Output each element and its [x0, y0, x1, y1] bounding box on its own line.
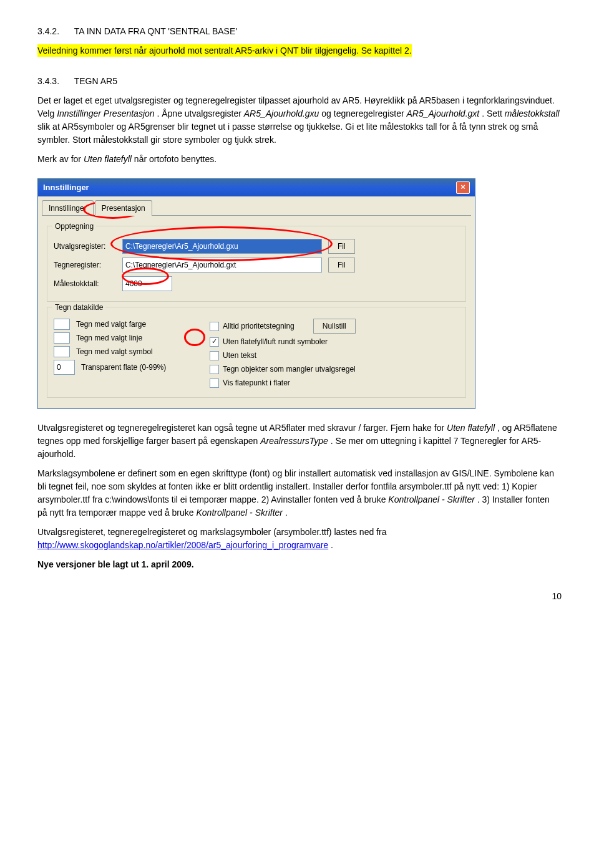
highlight-text: Veiledning kommer først når ajourhold mo… [37, 44, 412, 57]
dialog-titlebar: Innstillinger × [38, 179, 475, 196]
section-title-text: TEGN AR5 [74, 76, 117, 86]
dialog-title: Innstillinger [43, 181, 89, 194]
group-opptegning: Opptegning Utvalgsregister: C:\Tegneregl… [47, 226, 466, 302]
malestokktall-input[interactable]: 4000 [122, 276, 172, 291]
page-number: 10 [37, 590, 562, 603]
highlight-paragraph: Veiledning kommer først når ajourhold mo… [37, 44, 562, 57]
utvalgsregister-input[interactable]: C:\Tegneregler\Ar5_Ajourhold.gxu [122, 239, 322, 254]
nullstill-button[interactable]: Nullstill [313, 319, 356, 334]
tegneregister-input[interactable]: C:\Tegneregler\Ar5_Ajourhold.gxt [122, 258, 322, 272]
checkbox-uten-flatefyll[interactable] [210, 337, 219, 347]
checkbox-prioritet[interactable] [210, 322, 219, 331]
row-tegn-linje[interactable]: Tegn med valgt linje [54, 332, 210, 344]
row-tegn-farge[interactable]: Tegn med valgt farge [54, 319, 210, 330]
row-transparent: 0 Transparent flate (0-99%) [54, 360, 210, 375]
symbol-swatch[interactable] [54, 346, 70, 357]
transparent-input[interactable]: 0 [54, 360, 75, 375]
color-swatch[interactable] [54, 319, 70, 330]
row-tegn-symbol[interactable]: Tegn med valgt symbol [54, 346, 210, 357]
group-tegn-datakilde: Tegn datakilde Tegn med valgt farge Tegn… [47, 307, 466, 398]
checkbox-vis-flatepunkt[interactable] [210, 379, 219, 388]
utvalgsregister-label: Utvalgsregister: [54, 241, 122, 252]
paragraph: Markslagsymbolene er definert som en ege… [37, 467, 562, 519]
paragraph-bold: Nye versjoner ble lagt ut 1. april 2009. [37, 558, 562, 571]
section-title-text: TA INN DATA FRA QNT 'SENTRAL BASE' [74, 26, 237, 36]
group-label: Opptegning [52, 221, 96, 232]
section-num: 3.4.2. [37, 25, 59, 38]
section-num: 3.4.3. [37, 75, 59, 88]
close-icon[interactable]: × [456, 181, 470, 194]
paragraph: Utvalgsregisteret, tegneregelregisteret … [37, 526, 562, 552]
tab-innstillinger[interactable]: Innstillinger [42, 200, 94, 216]
section-343-heading: 3.4.3. TEGN AR5 [37, 75, 562, 88]
checkbox-uten-tekst[interactable] [210, 351, 219, 360]
fil-button[interactable]: Fil [328, 239, 355, 254]
section-342-heading: 3.4.2. TA INN DATA FRA QNT 'SENTRAL BASE… [37, 25, 562, 38]
download-link[interactable]: http://www.skogoglandskap.no/artikler/20… [37, 540, 328, 550]
paragraph: Det er laget et eget utvalgsregister og … [37, 94, 562, 147]
innstillinger-dialog: Innstillinger × Innstillinger Presentasj… [37, 178, 475, 409]
tab-presentasjon[interactable]: Presentasjon [95, 200, 152, 216]
checkbox-mangler-utvalg[interactable] [210, 365, 219, 374]
paragraph: Merk av for Uten flatefyll når ortofoto … [37, 153, 562, 166]
group-label: Tegn datakilde [52, 302, 105, 313]
fil-button[interactable]: Fil [328, 258, 355, 272]
paragraph: Utvalgsregisteret og tegneregelregistere… [37, 422, 562, 461]
line-swatch[interactable] [54, 332, 70, 344]
malestokktall-label: Målestokktall: [54, 278, 122, 289]
tegneregister-label: Tegneregister: [54, 259, 122, 271]
